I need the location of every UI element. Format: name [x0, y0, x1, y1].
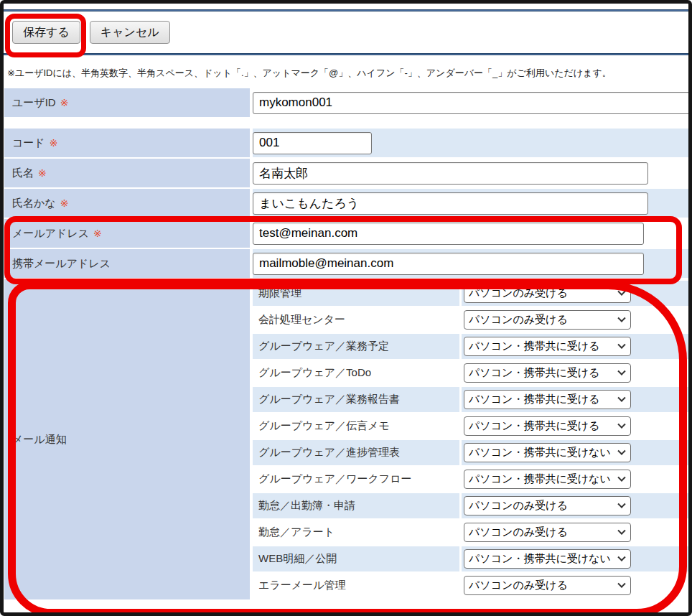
cancel-button[interactable]: キャンセル — [90, 21, 170, 44]
notification-row-web-statement: WEB明細／公開 パソコン・携帯共に受けない — [253, 546, 688, 571]
notification-row-groupware-todo: グループウェア／ToDo パソコン・携帯共に受ける — [253, 360, 688, 386]
required-mark: ※ — [38, 167, 47, 179]
user-id-input[interactable] — [253, 92, 692, 114]
mobile-email-input[interactable] — [253, 253, 644, 275]
chevron-down-icon — [617, 579, 625, 587]
user-id-label: ユーザID ※ — [4, 88, 250, 117]
notification-row-attendance-alert: 勤怠／アラート パソコンのみ受ける — [253, 520, 688, 545]
save-button[interactable]: 保存する — [12, 21, 80, 44]
notification-row-groupware-report: グループウェア／業務報告書 パソコン・携帯共に受ける — [253, 387, 688, 412]
notification-label: 期限管理 — [253, 281, 459, 306]
field-label-text: 携帯メールアドレス — [12, 257, 111, 271]
name-kana-label: 氏名かな ※ — [4, 189, 250, 218]
notification-row-error-mail: エラーメール管理 パソコンのみ受ける — [253, 573, 688, 598]
section-spacer — [4, 118, 688, 129]
notification-label: 勤怠／アラート — [253, 520, 459, 545]
notification-row-accounting: 会計処理センター パソコンのみ受ける — [253, 307, 688, 332]
notification-row-groupware-progress: グループウェア／進捗管理表 パソコン・携帯共に受けない — [253, 440, 688, 465]
name-label: 氏名 ※ — [4, 159, 250, 187]
field-label-text: コード — [12, 136, 45, 150]
attendance-book-select[interactable]: パソコンのみ受ける — [464, 496, 631, 515]
groupware-schedule-select[interactable]: パソコン・携帯共に受ける — [464, 337, 631, 356]
notification-label: 勤怠／出勤簿・申請 — [253, 493, 459, 518]
user-id-note: ※ユーザIDには、半角英数字、半角スペース、ドット「.」、アットマーク「@」、ハ… — [4, 67, 688, 80]
chevron-down-icon — [617, 340, 625, 348]
groupware-progress-select[interactable]: パソコン・携帯共に受けない — [464, 443, 631, 462]
select-value: パソコン・携帯共に受ける — [469, 419, 599, 433]
mail-notification-rows: 期限管理 パソコンのみ受ける 会計処理センター パソコンのみ受ける — [253, 279, 688, 599]
select-value: パソコン・携帯共に受ける — [469, 393, 599, 406]
select-value: パソコン・携帯共に受けない — [469, 446, 611, 459]
field-row-name-kana: 氏名かな ※ — [4, 189, 688, 218]
name-input[interactable] — [253, 162, 648, 185]
field-label-text: 氏名 — [12, 167, 34, 180]
field-row-user-id: ユーザID ※ — [4, 88, 688, 117]
mail-notification-section: メール通知 期限管理 パソコンのみ受ける 会計処理センター — [4, 279, 688, 599]
chevron-down-icon — [617, 553, 625, 561]
chevron-down-icon — [617, 473, 625, 481]
field-row-email: メールアドレス ※ — [4, 219, 688, 248]
required-mark: ※ — [60, 97, 69, 108]
accounting-center-select[interactable]: パソコンのみ受ける — [464, 310, 631, 330]
notification-row-deadline: 期限管理 パソコンのみ受ける — [253, 281, 688, 306]
field-row-mobile-email: 携帯メールアドレス — [4, 249, 688, 278]
chevron-down-icon — [617, 526, 625, 534]
select-value: パソコンのみ受ける — [469, 526, 568, 539]
required-mark: ※ — [50, 137, 58, 149]
field-row-code: コード ※ — [4, 129, 688, 157]
select-value: パソコンのみ受ける — [469, 579, 568, 592]
error-mail-select[interactable]: パソコンのみ受ける — [464, 576, 631, 595]
select-value: パソコン・携帯共に受ける — [469, 340, 599, 353]
attendance-alert-select[interactable]: パソコンのみ受ける — [464, 523, 631, 542]
notification-label: 会計処理センター — [253, 307, 459, 332]
notification-label: WEB明細／公開 — [253, 546, 459, 571]
notification-label: グループウェア／伝言メモ — [253, 414, 459, 439]
required-mark: ※ — [60, 197, 69, 209]
notification-label: グループウェア／ワークフロー — [253, 467, 459, 492]
select-value: パソコンのみ受ける — [469, 499, 568, 513]
mobile-email-label: 携帯メールアドレス — [4, 249, 250, 278]
notification-label: グループウェア／ToDo — [253, 360, 459, 386]
groupware-report-select[interactable]: パソコン・携帯共に受ける — [464, 390, 631, 409]
select-value: パソコンのみ受ける — [469, 286, 568, 300]
groupware-workflow-select[interactable]: パソコン・携帯共に受けない — [464, 470, 631, 489]
notification-row-groupware-workflow: グループウェア／ワークフロー パソコン・携帯共に受けない — [253, 467, 688, 492]
notification-label: エラーメール管理 — [253, 573, 459, 598]
toolbar-divider — [4, 53, 688, 55]
select-value: パソコン・携帯共に受ける — [469, 366, 599, 380]
email-label: メールアドレス ※ — [4, 219, 250, 248]
name-kana-input[interactable] — [253, 192, 648, 215]
chevron-down-icon — [617, 367, 625, 375]
notification-row-attendance-book: 勤怠／出勤簿・申請 パソコンのみ受ける — [253, 493, 688, 518]
top-divider — [4, 9, 688, 11]
web-statement-select[interactable]: パソコン・携帯共に受けない — [464, 549, 631, 569]
chevron-down-icon — [617, 314, 625, 322]
select-value: パソコン・携帯共に受けない — [469, 472, 611, 486]
email-input[interactable] — [253, 223, 644, 245]
chevron-down-icon — [617, 420, 625, 428]
field-label-text: メールアドレス — [12, 227, 89, 241]
toolbar: 保存する キャンセル — [4, 21, 688, 44]
chevron-down-icon — [617, 393, 625, 401]
notification-row-groupware-schedule: グループウェア／業務予定 パソコン・携帯共に受ける — [253, 334, 688, 359]
user-form: ユーザID ※ コード ※ 氏名 ※ — [4, 88, 688, 599]
notification-row-groupware-memo: グループウェア／伝言メモ パソコン・携帯共に受ける — [253, 414, 688, 439]
mail-notification-label: メール通知 — [4, 279, 250, 599]
groupware-message-memo-select[interactable]: パソコン・携帯共に受ける — [464, 416, 631, 436]
notification-label: グループウェア／業務報告書 — [253, 387, 459, 412]
field-label-text: 氏名かな — [12, 197, 56, 210]
chevron-down-icon — [617, 287, 625, 295]
user-settings-page: 保存する キャンセル ※ユーザIDには、半角英数字、半角スペース、ドット「.」、… — [0, 0, 692, 616]
groupware-todo-select[interactable]: パソコン・携帯共に受ける — [464, 363, 631, 383]
required-mark: ※ — [93, 228, 102, 239]
field-label-text: ユーザID — [12, 96, 56, 110]
code-input[interactable] — [253, 132, 372, 154]
select-value: パソコン・携帯共に受けない — [469, 552, 611, 566]
notification-label: グループウェア／進捗管理表 — [253, 440, 459, 465]
notification-label: グループウェア／業務予定 — [253, 334, 459, 359]
deadline-management-select[interactable]: パソコンのみ受ける — [464, 284, 631, 303]
code-label: コード ※ — [4, 129, 250, 157]
field-row-name: 氏名 ※ — [4, 159, 688, 187]
chevron-down-icon — [617, 500, 625, 508]
select-value: パソコンのみ受ける — [469, 313, 568, 327]
